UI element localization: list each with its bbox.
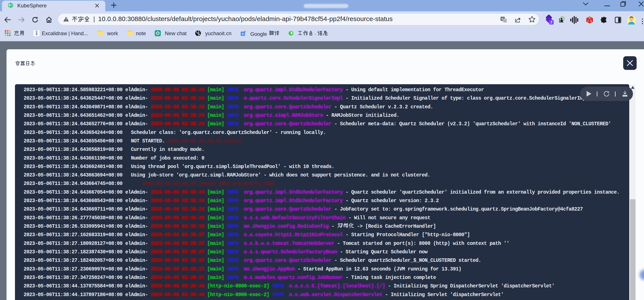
svg-text:G: G xyxy=(242,32,244,36)
svg-text:7: 7 xyxy=(550,21,552,24)
